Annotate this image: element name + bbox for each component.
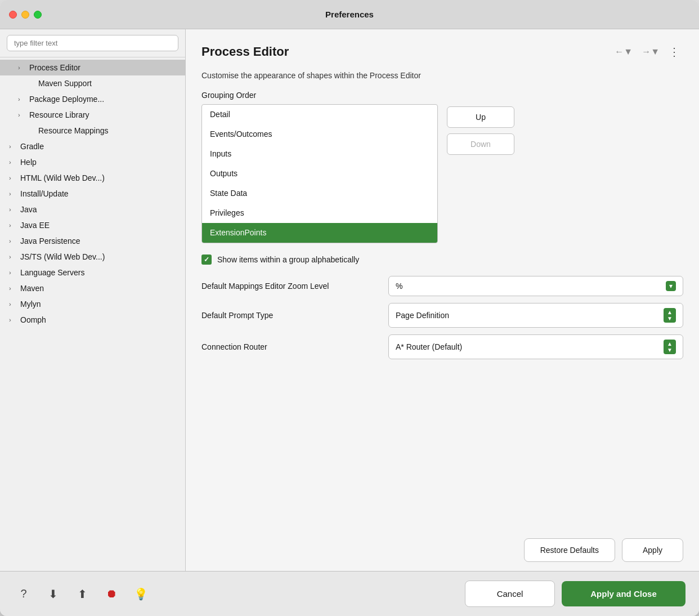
sidebar-item-label: Maven Support — [38, 79, 92, 88]
export-icon[interactable]: ⬆ — [72, 584, 92, 604]
import-icon[interactable]: ⬇ — [43, 584, 63, 604]
sidebar-item-label: Java — [20, 205, 37, 214]
sidebar-item-html-wild[interactable]: ›HTML (Wild Web Dev...) — [0, 170, 185, 186]
bottom-bar: ?⬇⬆⏺💡 Cancel Apply and Close — [0, 571, 699, 616]
sidebar-item-oomph[interactable]: ›Oomph — [0, 312, 185, 328]
sidebar-item-java-persistence[interactable]: ›Java Persistence — [0, 233, 185, 249]
sidebar-item-js-ts[interactable]: ›JS/TS (Wild Web Dev...) — [0, 249, 185, 265]
sidebar-item-label: Package Deployme... — [29, 95, 104, 104]
sidebar-item-java[interactable]: ›Java — [0, 202, 185, 217]
chevron-icon: › — [9, 143, 17, 150]
nav-forward-button[interactable]: →▼ — [638, 44, 663, 59]
nav-back-button[interactable]: ←▼ — [611, 44, 636, 59]
help-icon[interactable]: ? — [14, 584, 34, 604]
close-button[interactable] — [9, 11, 17, 19]
panel-actions: Restore Defaults Apply — [201, 534, 683, 562]
sidebar-item-label: Install/Update — [20, 189, 69, 198]
chevron-icon: › — [9, 301, 17, 307]
sidebar-item-label: Gradle — [20, 142, 44, 151]
titlebar: Preferences — [0, 0, 699, 29]
maximize-button[interactable] — [34, 11, 42, 19]
down-button[interactable]: Down — [447, 133, 514, 155]
minimize-button[interactable] — [21, 11, 29, 19]
cancel-button[interactable]: Cancel — [465, 581, 555, 607]
traffic-lights — [9, 11, 42, 19]
sidebar-item-maven[interactable]: ›Maven — [0, 280, 185, 296]
chevron-icon: › — [18, 111, 26, 118]
apply-button[interactable]: Apply — [622, 538, 683, 562]
alphabetical-checkbox-row: Show items within a group alphabetically — [201, 255, 683, 265]
form-row-prompt-type: Default Prompt TypePage Definition▲▼ — [201, 303, 683, 328]
apply-close-button[interactable]: Apply and Close — [562, 581, 685, 606]
description-text: Customise the appearance of shapes withi… — [201, 70, 683, 82]
more-options-button[interactable]: ⋮ — [665, 43, 683, 61]
sidebar-item-package-deployment[interactable]: ›Package Deployme... — [0, 91, 185, 107]
sidebar-item-resource-library[interactable]: ›Resource Library — [0, 107, 185, 123]
form-rows: Default Mappings Editor Zoom Level%▾Defa… — [201, 276, 683, 359]
panel-header: Process Editor ←▼ →▼ ⋮ — [201, 43, 683, 61]
chevron-icon: › — [9, 159, 17, 166]
dropdown-connection-router[interactable]: A* Router (Default)▲▼ — [388, 334, 683, 359]
grouping-item-outputs[interactable]: Outputs — [202, 164, 437, 184]
record-icon[interactable]: ⏺ — [101, 584, 122, 604]
filter-input[interactable] — [7, 35, 178, 51]
dropdown-value-zoom-level: % — [396, 282, 402, 291]
restore-defaults-button[interactable]: Restore Defaults — [524, 538, 615, 562]
window-title: Preferences — [325, 10, 374, 19]
sidebar-item-label: Java Persistence — [20, 236, 80, 245]
sidebar-item-label: Mylyn — [20, 300, 41, 309]
chevron-icon: › — [18, 96, 26, 102]
dropdown-zoom-level[interactable]: %▾ — [388, 276, 683, 296]
grouping-item-events-outcomes[interactable]: Events/Outcomes — [202, 124, 437, 144]
chevron-icon: › — [18, 64, 26, 71]
alphabetical-checkbox[interactable] — [201, 255, 212, 265]
grouping-item-inputs[interactable]: Inputs — [202, 144, 437, 164]
sidebar-item-maven-support[interactable]: Maven Support — [0, 75, 185, 91]
sidebar-item-help[interactable]: ›Help — [0, 154, 185, 170]
form-row-connection-router: Connection RouterA* Router (Default)▲▼ — [201, 334, 683, 359]
form-label-prompt-type: Default Prompt Type — [201, 311, 382, 320]
grouping-item-state-data[interactable]: State Data — [202, 184, 437, 203]
sidebar-item-java-ee[interactable]: ›Java EE — [0, 217, 185, 233]
dropdown-prompt-type[interactable]: Page Definition▲▼ — [388, 303, 683, 328]
sidebar-item-label: Process Editor — [29, 63, 80, 72]
form-label-connection-router: Connection Router — [201, 342, 382, 351]
bulb-icon[interactable]: 💡 — [131, 584, 151, 604]
dropdown-down-icon: ▾ — [666, 281, 676, 291]
chevron-icon: › — [9, 175, 17, 181]
chevron-icon: › — [9, 206, 17, 213]
panel-title: Process Editor — [201, 44, 289, 59]
sidebar-item-label: Maven — [20, 284, 44, 293]
chevron-icon: › — [9, 253, 17, 260]
sidebar-item-mylyn[interactable]: ›Mylyn — [0, 296, 185, 312]
sidebar-tree: ›Process EditorMaven Support›Package Dep… — [0, 57, 185, 571]
dropdown-value-connection-router: A* Router (Default) — [396, 342, 462, 351]
grouping-item-extension-points[interactable]: ExtensionPoints — [202, 223, 437, 243]
form-row-zoom-level: Default Mappings Editor Zoom Level%▾ — [201, 276, 683, 296]
chevron-icon: › — [9, 190, 17, 197]
up-button[interactable]: Up — [447, 106, 514, 128]
form-control-connection-router: A* Router (Default)▲▼ — [388, 334, 683, 359]
dropdown-updown-icon: ▲▼ — [664, 340, 676, 354]
sidebar-item-resource-mappings[interactable]: Resource Mappings — [0, 123, 185, 139]
dropdown-updown-icon: ▲▼ — [664, 308, 676, 323]
form-control-zoom-level: %▾ — [388, 276, 683, 296]
sidebar-item-process-editor[interactable]: ›Process Editor — [0, 60, 185, 75]
sidebar-item-install-update[interactable]: ›Install/Update — [0, 186, 185, 202]
alphabetical-checkbox-label: Show items within a group alphabetically — [217, 255, 359, 264]
preferences-window: Preferences ›Process EditorMaven Support… — [0, 0, 699, 616]
sidebar-item-language-servers[interactable]: ›Language Servers — [0, 265, 185, 280]
sidebar-item-label: JS/TS (Wild Web Dev...) — [20, 252, 105, 261]
grouping-item-privileges[interactable]: Privileges — [202, 203, 437, 223]
sidebar-item-gradle[interactable]: ›Gradle — [0, 139, 185, 154]
bottom-icons: ?⬇⬆⏺💡 — [14, 584, 151, 604]
grouping-item-detail[interactable]: Detail — [202, 105, 437, 124]
panel-nav: ←▼ →▼ ⋮ — [611, 43, 683, 61]
sidebar-item-label: Language Servers — [20, 268, 84, 277]
form-control-prompt-type: Page Definition▲▼ — [388, 303, 683, 328]
sidebar: ›Process EditorMaven Support›Package Dep… — [0, 29, 186, 571]
chevron-icon: › — [9, 269, 17, 276]
up-down-buttons: Up Down — [447, 104, 514, 243]
dropdown-value-prompt-type: Page Definition — [396, 311, 449, 320]
sidebar-item-label: Resource Mappings — [38, 126, 109, 135]
